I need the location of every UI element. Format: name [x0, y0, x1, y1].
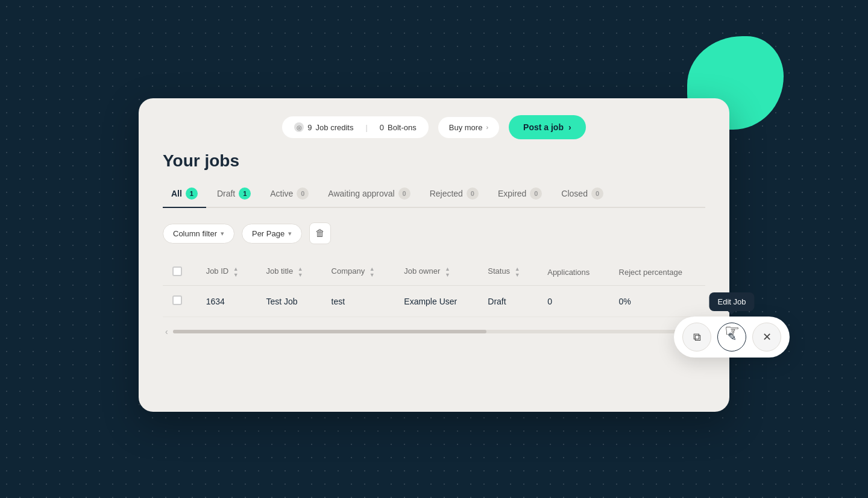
row-applications: 0 [538, 286, 609, 317]
header-bar: ◎ 9 Job credits | 0 Bolt-ons Buy more › … [139, 98, 729, 151]
trash-icon: 🗑 [315, 228, 325, 239]
row-company: test [322, 286, 395, 317]
per-page-button[interactable]: Per Page ▾ [242, 224, 302, 244]
close-x-icon: ✕ [763, 330, 772, 344]
table-row[interactable]: 1634 Test Job test Example User Draft 0 … [163, 286, 705, 317]
company-sort-icon: ▲▼ [370, 266, 375, 278]
duplicate-icon: ⧉ [693, 331, 701, 344]
post-job-label: Post a job [523, 122, 564, 132]
job-title-sort-icon: ▲▼ [298, 266, 303, 278]
post-job-button[interactable]: Post a job › [509, 115, 586, 139]
scrollbar-thumb [173, 330, 486, 333]
buy-more-label: Buy more [449, 123, 483, 132]
tab-expired[interactable]: Expired0 [489, 183, 550, 208]
edit-button-container: Edit Job ✎ ☞ [717, 323, 746, 351]
job-owner-sort-icon: ▲▼ [445, 266, 450, 278]
jobs-table: Job ID ▲▼ Job title ▲▼ Company ▲▼ Job [163, 259, 705, 317]
tab-active[interactable]: Active0 [262, 183, 317, 208]
column-filter-button[interactable]: Column filter ▾ [163, 224, 234, 244]
column-filter-label: Column filter [173, 229, 217, 238]
row-job-id: 1634 [197, 286, 257, 317]
tab-awaiting-approval[interactable]: Awaiting approval0 [319, 183, 418, 208]
close-job-button[interactable]: ✕ [752, 323, 781, 351]
edit-pencil-icon: ✎ [728, 330, 737, 344]
tab-label: Rejected [430, 189, 463, 198]
bolt-ons-item: 0 Bolt-ons [380, 123, 417, 132]
row-status: Draft [478, 286, 538, 317]
table-header-row: Job ID ▲▼ Job title ▲▼ Company ▲▼ Job [163, 259, 705, 286]
tabs-bar: All1Draft1Active0Awaiting approval0Rejec… [163, 183, 705, 208]
row-job-title: Test Job [256, 286, 321, 317]
delete-filter-button[interactable]: 🗑 [309, 222, 331, 244]
tab-badge: 0 [591, 188, 603, 200]
tab-badge: 1 [239, 188, 251, 200]
tab-label: Closed [561, 189, 588, 198]
tab-label: All [171, 189, 182, 198]
tab-rejected[interactable]: Rejected0 [421, 183, 487, 208]
applications-header: Applications [538, 259, 609, 286]
row-checkbox-cell [163, 286, 197, 317]
job-title-header[interactable]: Job title ▲▼ [256, 259, 321, 286]
tab-badge: 0 [467, 188, 479, 200]
page-content: Your jobs All1Draft1Active0Awaiting appr… [139, 151, 729, 336]
tab-label: Expired [498, 189, 526, 198]
action-popup: ⧉ Edit Job ✎ ☞ ✕ [674, 317, 790, 358]
tab-label: Active [270, 189, 293, 198]
job-credits-label: Job credits [316, 123, 354, 132]
bolt-ons-count: 0 [380, 123, 384, 132]
scroll-left-arrow-icon[interactable]: ‹ [165, 327, 168, 336]
separator: | [365, 123, 367, 132]
column-filter-chevron-icon: ▾ [221, 230, 224, 238]
per-page-label: Per Page [252, 229, 285, 238]
job-credits-item: ◎ 9 Job credits [294, 122, 353, 132]
company-header[interactable]: Company ▲▼ [322, 259, 395, 286]
page-title: Your jobs [163, 151, 705, 171]
duplicate-button[interactable]: ⧉ [682, 323, 711, 351]
tab-draft[interactable]: Draft1 [209, 183, 259, 208]
per-page-chevron-icon: ▾ [288, 230, 292, 238]
status-sort-icon: ▲▼ [515, 266, 520, 278]
row-reject-percentage: 0% [609, 286, 705, 317]
credits-pill: ◎ 9 Job credits | 0 Bolt-ons [282, 116, 428, 138]
buy-more-button[interactable]: Buy more › [438, 117, 499, 138]
tab-badge: 0 [297, 188, 309, 200]
tab-label: Awaiting approval [328, 189, 394, 198]
job-id-sort-icon: ▲▼ [233, 266, 239, 278]
status-header[interactable]: Status ▲▼ [478, 259, 538, 286]
credits-icon: ◎ [294, 122, 304, 132]
edit-button[interactable]: ✎ [717, 323, 746, 351]
row-job-owner: Example User [394, 286, 478, 317]
tab-badge: 0 [530, 188, 542, 200]
tab-badge: 0 [398, 188, 410, 200]
edit-tooltip: Edit Job [709, 292, 755, 311]
row-checkbox[interactable] [172, 295, 182, 305]
tab-badge: 1 [186, 188, 198, 200]
reject-percentage-header: Reject percentage [609, 259, 705, 286]
main-card: ◎ 9 Job credits | 0 Bolt-ons Buy more › … [139, 98, 729, 412]
tab-closed[interactable]: Closed0 [553, 183, 612, 208]
jobs-table-wrapper: Job ID ▲▼ Job title ▲▼ Company ▲▼ Job [163, 259, 705, 336]
job-credits-count: 9 [307, 123, 312, 132]
post-job-arrow-icon: › [568, 122, 571, 132]
job-owner-header[interactable]: Job owner ▲▼ [394, 259, 478, 286]
select-all-checkbox[interactable] [172, 266, 182, 276]
bolt-ons-label: Bolt-ons [388, 123, 417, 132]
filters-bar: Column filter ▾ Per Page ▾ 🗑 [163, 222, 705, 244]
checkbox-header [163, 259, 197, 286]
tab-label: Draft [217, 189, 235, 198]
tab-all[interactable]: All1 [163, 183, 206, 208]
buy-more-chevron-icon: › [486, 124, 488, 131]
scrollbar-track[interactable] [173, 330, 696, 333]
job-id-header[interactable]: Job ID ▲▼ [197, 259, 257, 286]
scrollbar: ‹ › [163, 327, 705, 336]
